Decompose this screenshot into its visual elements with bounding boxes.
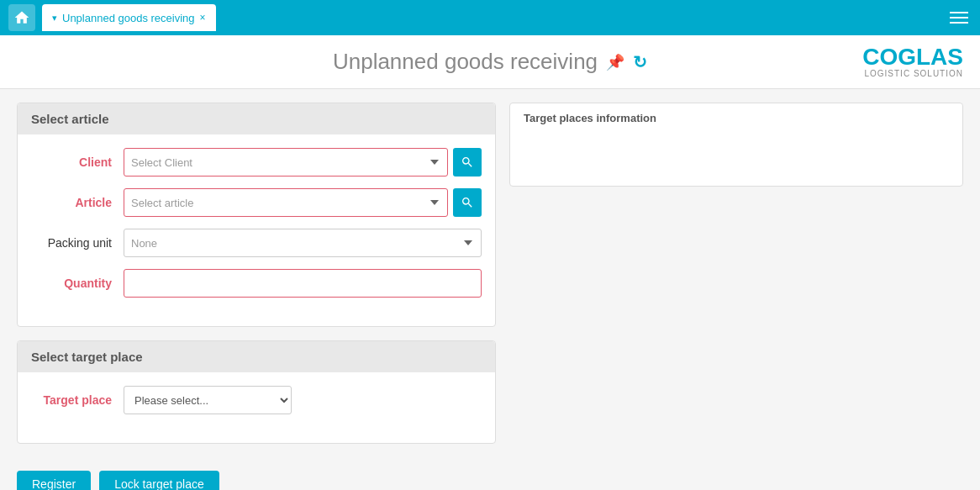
article-select[interactable]: Select article: [124, 188, 448, 217]
nav-tab-unplanned[interactable]: ▾ Unplanned goods receiving ×: [42, 4, 216, 31]
main-content: Select article Client Select Client: [0, 89, 980, 490]
refresh-icon[interactable]: ↻: [633, 52, 647, 72]
article-control-wrap: Select article: [124, 188, 482, 217]
left-panel: Select article Client Select Client: [17, 103, 496, 490]
target-place-select[interactable]: Please select... Location A Location B L…: [124, 386, 292, 414]
page-title-area: Unplanned goods receiving 📌 ↻: [134, 49, 846, 75]
target-place-control-wrap: Please select... Location A Location B L…: [124, 386, 482, 414]
quantity-input[interactable]: [124, 269, 482, 298]
navbar-left: ▾ Unplanned goods receiving ×: [8, 4, 216, 31]
quantity-label: Quantity: [31, 277, 124, 290]
quantity-control-wrap: [124, 269, 482, 298]
hamburger-menu[interactable]: [946, 8, 972, 27]
select-target-body: Target place Please select... Location A…: [18, 372, 495, 443]
navbar: ▾ Unplanned goods receiving ×: [0, 0, 980, 35]
quantity-row: Quantity: [31, 269, 482, 298]
right-panel: Target places information: [509, 103, 963, 490]
nav-tab-chevron: ▾: [52, 13, 57, 24]
page-header: Unplanned goods receiving 📌 ↻ COGLAS LOG…: [0, 35, 980, 89]
target-place-row: Target place Please select... Location A…: [31, 386, 482, 414]
select-article-section: Select article Client Select Client: [17, 103, 496, 327]
packing-unit-label: Packing unit: [31, 236, 124, 250]
article-label: Article: [31, 196, 124, 209]
lock-target-button[interactable]: Lock target place: [99, 471, 219, 490]
hamburger-line-3: [950, 22, 968, 24]
register-button[interactable]: Register: [17, 471, 91, 490]
article-row: Article Select article: [31, 188, 482, 217]
client-label: Client: [31, 155, 124, 169]
select-article-body: Client Select Client Article: [18, 134, 495, 326]
page-title: Unplanned goods receiving: [333, 49, 598, 75]
client-select[interactable]: Select Client: [124, 148, 448, 177]
hamburger-line-1: [950, 12, 968, 13]
target-place-label: Target place: [31, 393, 124, 407]
target-info-label: Target places information: [524, 112, 949, 124]
article-search-button[interactable]: [453, 188, 482, 217]
logo-name: COGLAS: [846, 45, 963, 69]
packing-unit-control-wrap: None Box Pallet Bag: [124, 229, 482, 257]
packing-unit-select[interactable]: None Box Pallet Bag: [124, 229, 482, 257]
pin-icon[interactable]: 📌: [606, 53, 624, 71]
client-search-button[interactable]: [453, 148, 482, 177]
select-target-header: Select target place: [18, 341, 495, 372]
client-control-wrap: Select Client: [124, 148, 482, 177]
nav-tab-close[interactable]: ×: [200, 12, 206, 24]
select-article-header: Select article: [18, 103, 495, 134]
logo-area: COGLAS LOGISTIC SOLUTION: [846, 45, 963, 78]
action-buttons: Register Lock target place: [17, 457, 496, 490]
hamburger-line-2: [950, 17, 968, 18]
target-info-box: Target places information: [509, 103, 963, 187]
packing-unit-row: Packing unit None Box Pallet Bag: [31, 229, 482, 257]
logo-sub: LOGISTIC SOLUTION: [846, 69, 963, 78]
select-target-section: Select target place Target place Please …: [17, 340, 496, 444]
client-row: Client Select Client: [31, 148, 482, 177]
nav-tab-label: Unplanned goods receiving: [62, 12, 195, 24]
home-button[interactable]: [8, 4, 35, 31]
